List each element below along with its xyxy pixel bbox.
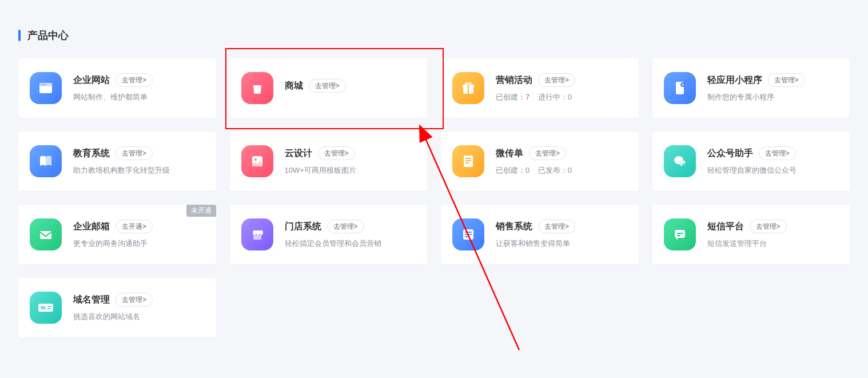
- created-value: 7: [525, 93, 529, 101]
- manage-button[interactable]: 去管理>: [538, 220, 575, 233]
- card-title: 轻应用小程序: [707, 74, 762, 86]
- card-subtitle: 轻松管理自家的微信公众号: [707, 165, 839, 176]
- manage-button[interactable]: 去管理>: [750, 220, 787, 233]
- chat-icon: [664, 218, 696, 250]
- svg-rect-19: [40, 231, 51, 239]
- svg-point-3: [43, 84, 44, 85]
- card-title: 门店系统: [285, 221, 321, 233]
- card-subtitle: 挑选喜欢的网站域名: [73, 311, 205, 323]
- card-website[interactable]: 企业网站 去管理> 网站制作、维护都简单: [18, 58, 216, 118]
- svg-point-4: [45, 84, 46, 85]
- card-title: 企业网站: [73, 74, 110, 86]
- manage-button[interactable]: 去管理>: [768, 73, 805, 87]
- card-title: 销售系统: [496, 221, 532, 233]
- svg-rect-26: [677, 233, 683, 234]
- book-icon: [30, 145, 62, 177]
- card-title: 云设计: [285, 148, 312, 160]
- created-value: 0: [525, 166, 529, 174]
- svg-rect-20: [253, 235, 261, 240]
- card-design[interactable]: 云设计 去管理> 10W+可商用模板图片: [230, 132, 428, 191]
- svg-rect-13: [465, 158, 471, 159]
- card-store[interactable]: 门店系统 去管理> 轻松搞定会员管理和会员营销: [230, 205, 428, 264]
- card-title: 短信平台: [707, 221, 744, 233]
- section-title: 产品中心: [27, 29, 69, 42]
- card-subtitle: 10W+可商用模板图片: [285, 165, 416, 176]
- store-icon: [241, 218, 273, 250]
- card-title: 企业邮箱: [73, 221, 110, 233]
- manage-button[interactable]: 去管理>: [318, 146, 355, 160]
- card-miniapp[interactable]: 轻应用小程序 去管理> 制作您的专属小程序: [652, 58, 850, 118]
- manage-button[interactable]: 去管理>: [116, 146, 153, 160]
- card-subtitle: 助力教培机构数字化转型升级: [73, 165, 205, 176]
- card-subtitle: 轻松搞定会员管理和会员营销: [285, 238, 416, 249]
- card-subtitle: 短信发送管理平台: [707, 238, 839, 249]
- svg-point-9: [680, 82, 685, 87]
- miniapp-icon: [664, 72, 696, 104]
- card-edu[interactable]: 教育系统 去管理> 助力教培机构数字化转型升级: [18, 132, 216, 191]
- list-icon: [452, 218, 484, 250]
- svg-rect-23: [465, 234, 472, 235]
- svg-rect-24: [465, 236, 469, 237]
- flyer-icon: [452, 145, 484, 177]
- mail-icon: [30, 218, 62, 250]
- image-icon: [241, 145, 273, 177]
- card-title: 公众号助手: [707, 148, 753, 160]
- svg-rect-14: [465, 160, 471, 161]
- open-button[interactable]: 去开通>: [116, 220, 153, 233]
- svg-point-18: [683, 164, 686, 167]
- card-subtitle: 制作您的专属小程序: [707, 91, 839, 103]
- svg-rect-31: [47, 308, 50, 309]
- manage-button[interactable]: 去管理>: [529, 146, 566, 160]
- wechat-icon: [664, 145, 696, 177]
- card-mail[interactable]: 未开通 企业邮箱 去开通> 更专业的商务沟通助手: [18, 205, 216, 264]
- card-subtitle: 更专业的商务沟通助手: [73, 238, 205, 249]
- svg-point-11: [254, 158, 257, 161]
- running-value: 0: [568, 93, 572, 101]
- svg-point-2: [41, 84, 42, 85]
- card-title: 域名管理: [73, 294, 110, 306]
- svg-rect-30: [47, 306, 51, 307]
- product-grid: 企业网站 去管理> 网站制作、维护都简单 商城 去管理>: [18, 58, 850, 337]
- section-header: 产品中心: [18, 29, 850, 42]
- not-opened-badge: 未开通: [186, 205, 216, 217]
- card-sales[interactable]: 销售系统 去管理> 让获客和销售变得简单: [441, 205, 639, 264]
- svg-rect-15: [465, 162, 469, 164]
- svg-text:W.: W.: [41, 305, 47, 311]
- created-label: 已创建：: [496, 166, 525, 174]
- card-title: 教育系统: [73, 148, 110, 160]
- publish-label: 已发布：: [538, 166, 568, 174]
- website-icon: [30, 72, 62, 104]
- manage-button[interactable]: 去管理>: [116, 73, 153, 87]
- svg-rect-27: [677, 235, 680, 236]
- card-subtitle: 让获客和销售变得简单: [496, 238, 627, 249]
- mall-icon: [241, 72, 273, 104]
- running-label: 进行中：: [538, 93, 568, 101]
- domain-icon: W.: [30, 292, 62, 324]
- card-mall[interactable]: 商城 去管理>: [230, 58, 428, 118]
- card-marketing[interactable]: 营销活动 去管理> 已创建：7 进行中：0: [441, 58, 639, 118]
- svg-rect-7: [468, 85, 469, 94]
- card-title: 商城: [285, 80, 303, 92]
- created-label: 已创建：: [496, 93, 525, 101]
- svg-rect-22: [465, 232, 472, 233]
- card-title: 营销活动: [496, 74, 532, 86]
- card-domain[interactable]: W. 域名管理 去管理> 挑选喜欢的网站域名: [18, 278, 216, 337]
- manage-button[interactable]: 去管理>: [116, 293, 153, 307]
- card-title: 微传单: [496, 148, 523, 160]
- card-flyer[interactable]: 微传单 去管理> 已创建：0 已发布：0: [441, 132, 639, 191]
- manage-button[interactable]: 去管理>: [538, 73, 575, 87]
- manage-button[interactable]: 去管理>: [327, 220, 364, 233]
- manage-button[interactable]: 去管理>: [309, 79, 346, 93]
- card-stats: 已创建：0 已发布：0: [496, 165, 627, 176]
- card-wechat[interactable]: 公众号助手 去管理> 轻松管理自家的微信公众号: [652, 132, 850, 191]
- card-sms[interactable]: 短信平台 去管理> 短信发送管理平台: [652, 205, 850, 264]
- gift-icon: [452, 72, 484, 104]
- card-stats: 已创建：7 进行中：0: [496, 91, 627, 103]
- section-accent-bar: [18, 30, 21, 41]
- manage-button[interactable]: 去管理>: [759, 146, 796, 160]
- publish-value: 0: [568, 166, 572, 174]
- card-subtitle: 网站制作、维护都简单: [73, 91, 205, 103]
